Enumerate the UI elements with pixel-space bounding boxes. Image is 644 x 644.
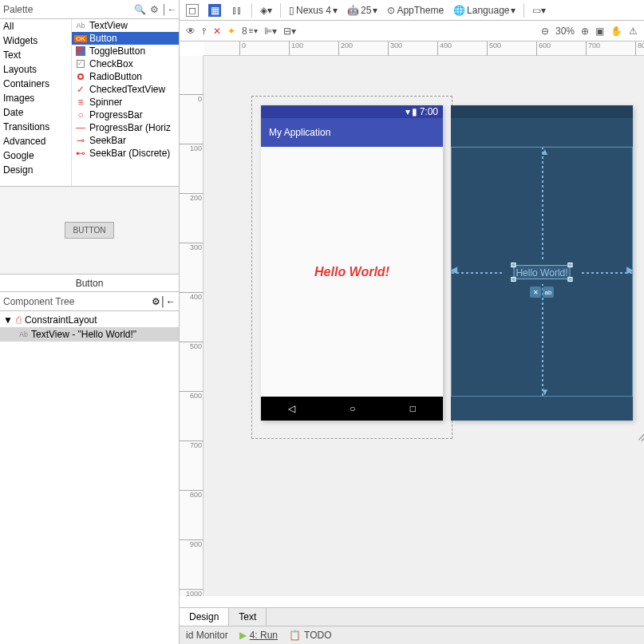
tab-design[interactable]: Design — [180, 608, 229, 626]
view-both-icon[interactable]: ⫿⫿ — [227, 2, 247, 18]
palette-category-layouts[interactable]: Layouts — [0, 62, 71, 77]
palette-category-widgets[interactable]: Widgets — [0, 34, 71, 48]
warnings-icon[interactable]: ⚠ — [629, 26, 638, 37]
eye-icon[interactable]: 👁 — [186, 26, 196, 37]
zoom-out-icon[interactable]: ⊖ — [541, 26, 549, 37]
gear-icon[interactable]: ⚙ — [147, 4, 161, 15]
palette-widget-seekbardiscrete[interactable]: ⊷SeekBar (Discrete) — [72, 147, 179, 160]
palette-category-date[interactable]: Date — [0, 105, 71, 120]
widget-label: RadioButton — [89, 71, 142, 82]
preview-button[interactable]: BUTTON — [65, 222, 115, 239]
palette-category-advanced[interactable]: Advanced — [0, 134, 71, 148]
nav-back-icon: ◁ — [288, 403, 295, 414]
palette-category-google[interactable]: Google — [0, 148, 71, 163]
blueprint-content[interactable]: ▲ ▼ ◀ ▶ Hello World! ✕ ab — [451, 147, 633, 397]
infer-constraints-icon[interactable]: ✦ — [227, 26, 235, 37]
blueprint-preview[interactable]: ▲ ▼ ◀ ▶ Hello World! ✕ ab — [451, 105, 633, 421]
run-tab[interactable]: ▶4: Run — [239, 630, 278, 641]
ruler-horizontal: 0100200300400500600700800 — [203, 41, 644, 56]
palette-widget-checkbox[interactable]: ✓CheckBox — [72, 57, 179, 70]
constraint-right — [582, 272, 632, 274]
tree-child[interactable]: Ab TextView - "Hello World!" — [0, 327, 179, 342]
ruler-vertical: 01002003004005006007008009001000 — [180, 56, 203, 596]
align-icon[interactable]: ⊫▾ — [264, 26, 277, 37]
constraint-top — [542, 148, 543, 259]
pan-icon[interactable]: ✋ — [610, 26, 622, 37]
design-canvas[interactable]: ▾ ▮ 7:00 My Application Hello World! ◁ ○… — [203, 56, 644, 596]
android-monitor-tab[interactable]: id Monitor — [186, 630, 228, 641]
todo-tab[interactable]: 📋TODO — [289, 630, 331, 641]
layout-variant-icon[interactable]: ▭▾ — [529, 3, 549, 18]
blueprint-hello[interactable]: Hello World! — [513, 265, 570, 279]
palette-category-all[interactable]: All — [0, 19, 71, 34]
status-time: 7:00 — [420, 106, 438, 117]
widget-icon: ✓ — [75, 58, 86, 69]
widget-label: TextView — [89, 20, 128, 31]
palette-category-design[interactable]: Design — [0, 163, 71, 177]
tab-text[interactable]: Text — [229, 608, 267, 626]
palette-category-transitions[interactable]: Transitions — [0, 120, 71, 134]
widget-icon: Ab — [75, 20, 86, 31]
tree-gear-icon[interactable]: ⚙ — [152, 296, 160, 307]
constraint-badges[interactable]: ✕ ab — [530, 286, 554, 298]
widget-icon — [75, 71, 86, 82]
palette-category-images[interactable]: Images — [0, 91, 71, 105]
delete-constraint-icon[interactable]: ✕ — [530, 286, 541, 298]
component-tree-title: Component Tree — [3, 296, 152, 307]
selected-widget-name: Button — [0, 275, 179, 292]
globe-icon: 🌐 — [453, 5, 465, 16]
clear-constraints-icon[interactable]: ✕ — [213, 26, 221, 37]
magnet-icon[interactable]: ⫯ — [202, 26, 207, 37]
palette-widget-spinner[interactable]: ≡Spinner — [72, 96, 179, 109]
constraint-layout-icon: ⎙ — [16, 314, 22, 326]
palette-widget-button[interactable]: OKButton — [72, 32, 179, 45]
widget-label: Spinner — [89, 97, 122, 108]
widget-preview: BUTTON — [0, 187, 179, 275]
widget-label: ToggleButton — [89, 45, 145, 57]
status-bar: ▾ ▮ 7:00 — [261, 105, 443, 118]
blueprint-hello-label: Hello World! — [516, 267, 567, 279]
zoom-fit-icon[interactable]: ▣ — [595, 26, 604, 37]
palette-widget-togglebutton[interactable]: ToggleButton — [72, 45, 179, 57]
theme-icon: ⊙ — [387, 5, 395, 16]
search-icon[interactable]: 🔍 — [132, 4, 147, 15]
palette-category-containers[interactable]: Containers — [0, 77, 71, 91]
widget-icon: OK — [75, 33, 86, 44]
hello-world-text[interactable]: Hello World! — [314, 265, 389, 279]
app-bar: My Application — [261, 118, 443, 147]
device-selector[interactable]: ▯ Nexus 4▾ — [286, 3, 341, 18]
widget-icon: ⊸ — [75, 135, 86, 146]
lang-label: Language — [467, 5, 509, 16]
palette-widget-checkedtextview[interactable]: ✓CheckedTextView — [72, 83, 179, 96]
collapse-icon[interactable]: │← — [161, 4, 176, 15]
widget-icon: — — [75, 122, 86, 133]
theme-selector[interactable]: ⊙ AppTheme — [384, 3, 447, 18]
palette-category-text[interactable]: Text — [0, 48, 71, 62]
pack-icon[interactable]: ⊟▾ — [283, 26, 296, 37]
api-selector[interactable]: 🤖 25▾ — [344, 3, 381, 18]
margin-selector[interactable]: 8 ≡▾ — [242, 26, 258, 37]
battery-icon: ▮ — [412, 106, 417, 117]
palette-widget-textview[interactable]: AbTextView — [72, 19, 179, 32]
view-blueprint-icon[interactable]: ▦ — [205, 2, 224, 18]
palette-widget-progressbar[interactable]: ○ProgressBar — [72, 109, 179, 121]
palette-widget-radiobutton[interactable]: RadioButton — [72, 70, 179, 83]
palette-widget-progressbarhoriz[interactable]: —ProgressBar (Horiz — [72, 121, 179, 134]
palette-widget-seekbar[interactable]: ⊸SeekBar — [72, 134, 179, 147]
tree-collapse-icon[interactable]: │← — [160, 296, 176, 307]
language-selector[interactable]: 🌐 Language▾ — [450, 3, 519, 18]
device-preview[interactable]: ▾ ▮ 7:00 My Application Hello World! ◁ ○… — [261, 105, 443, 421]
theme-label: AppTheme — [397, 5, 444, 16]
baseline-icon[interactable]: ab — [543, 286, 554, 298]
expand-icon[interactable]: ▼ — [3, 314, 13, 326]
constraint-left — [452, 272, 502, 274]
widget-label: CheckBox — [89, 58, 133, 69]
view-design-icon[interactable]: ◻ — [183, 2, 202, 18]
android-icon: 🤖 — [347, 5, 359, 16]
resize-handle[interactable] — [634, 431, 644, 442]
tree-root-label: ConstraintLayout — [25, 314, 97, 326]
zoom-in-icon[interactable]: ⊕ — [581, 26, 589, 37]
app-title: My Application — [269, 127, 330, 138]
tree-root[interactable]: ▼ ⎙ ConstraintLayout — [0, 313, 179, 327]
orientation-icon[interactable]: ◈▾ — [257, 3, 275, 18]
